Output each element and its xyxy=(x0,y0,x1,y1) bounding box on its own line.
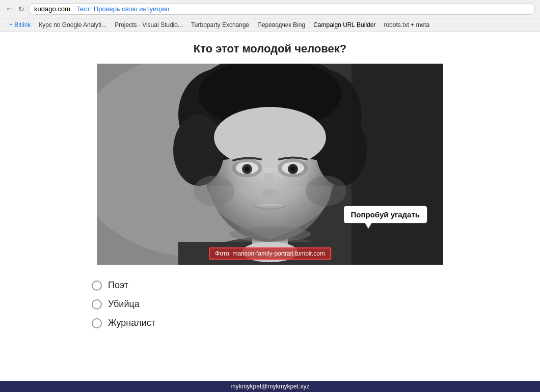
bookmark-google-analytics[interactable]: Курс по Google Analyti... xyxy=(35,20,111,30)
option-killer-label: Убийца xyxy=(108,299,140,310)
photo-credit: Фото: manson-family-portrait.tumblr.com xyxy=(209,247,331,260)
speech-bubble: Попробуй угадать xyxy=(343,205,428,224)
bookmark-bitlink[interactable]: + Bitlink xyxy=(5,20,35,30)
bookmark-campaign-url[interactable]: Campaign URL Builder xyxy=(309,20,380,30)
browser-chrome: ← ↻ kudago.com Тест: Проверь свою интуиц… xyxy=(0,0,540,32)
bookmark-bing[interactable]: Переводчик Bing xyxy=(253,20,309,30)
bookmark-robots[interactable]: robots.txt + meta xyxy=(380,20,434,30)
page-inner: Кто этот молодой человек? xyxy=(41,32,499,339)
address-path: Тест: Проверь свою интуицию xyxy=(76,5,169,13)
option-killer[interactable]: Убийца xyxy=(92,299,479,310)
svg-point-22 xyxy=(245,166,250,172)
page-content: Кто этот молодой человек? xyxy=(0,32,540,381)
svg-point-27 xyxy=(306,176,346,206)
svg-rect-28 xyxy=(352,64,443,265)
svg-point-15 xyxy=(214,107,326,168)
address-bar[interactable]: kudago.com Тест: Проверь свою интуицию xyxy=(29,3,535,15)
bookmark-turboparty[interactable]: Turboparty Exchange xyxy=(187,20,253,30)
option-journalist-label: Журналист xyxy=(108,318,155,328)
svg-point-12 xyxy=(173,115,224,186)
option-journalist[interactable]: Журналист xyxy=(92,318,479,328)
status-bar: mykmykpet@mykmykpet.xyz xyxy=(0,381,540,392)
svg-point-23 xyxy=(290,166,295,172)
bookmark-visual-studio[interactable]: Projects - Visual Studio... xyxy=(111,20,187,30)
svg-point-26 xyxy=(194,176,234,206)
svg-point-25 xyxy=(229,227,311,242)
bookmarks-bar: + Bitlink Курс по Google Analyti... Proj… xyxy=(0,18,540,32)
option-poet-label: Поэт xyxy=(108,280,128,291)
browser-toolbar: ← ↻ kudago.com Тест: Проверь свою интуиц… xyxy=(0,0,540,18)
reload-button[interactable]: ↻ xyxy=(18,5,24,13)
photo-container: Попробуй угадать Фото: manson-family-por… xyxy=(97,64,443,265)
radio-journalist[interactable] xyxy=(92,318,102,328)
portrait-image xyxy=(97,64,443,265)
address-domain: kudago.com xyxy=(34,5,70,13)
status-email: mykmykpet@mykmykpet.xyz xyxy=(231,383,310,390)
back-button[interactable]: ← xyxy=(5,4,14,14)
radio-poet[interactable] xyxy=(92,281,102,291)
page-title: Кто этот молодой человек? xyxy=(61,42,479,55)
option-poet[interactable]: Поэт xyxy=(92,280,479,291)
radio-killer[interactable] xyxy=(92,299,102,310)
answer-options: Поэт Убийца Журналист xyxy=(61,280,479,328)
